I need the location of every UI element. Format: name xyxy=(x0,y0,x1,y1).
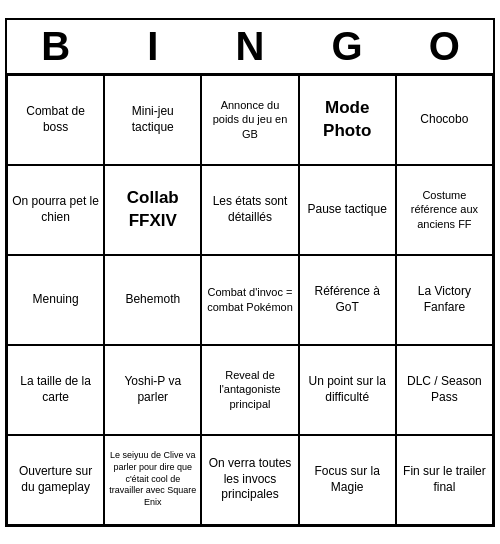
bingo-grid: Combat de bossMini-jeu tactiqueAnnonce d… xyxy=(7,75,493,525)
bingo-cell-12: Combat d'invoc = combat Pokémon xyxy=(201,255,298,345)
bingo-letter-n: N xyxy=(205,24,295,69)
bingo-cell-6: Collab FFXIV xyxy=(104,165,201,255)
bingo-cell-0: Combat de boss xyxy=(7,75,104,165)
bingo-cell-22: On verra toutes les invocs principales xyxy=(201,435,298,525)
bingo-letter-o: O xyxy=(399,24,489,69)
bingo-cell-9: Costume référence aux anciens FF xyxy=(396,165,493,255)
bingo-cell-23: Focus sur la Magie xyxy=(299,435,396,525)
bingo-cell-16: Yoshi-P va parler xyxy=(104,345,201,435)
bingo-cell-15: La taille de la carte xyxy=(7,345,104,435)
bingo-letter-i: I xyxy=(108,24,198,69)
bingo-cell-10: Menuing xyxy=(7,255,104,345)
bingo-card: BINGO Combat de bossMini-jeu tactiqueAnn… xyxy=(5,18,495,527)
bingo-cell-18: Un point sur la difficulté xyxy=(299,345,396,435)
bingo-cell-11: Behemoth xyxy=(104,255,201,345)
bingo-cell-2: Annonce du poids du jeu en GB xyxy=(201,75,298,165)
bingo-cell-21: Le seiyuu de Clive va parler pour dire q… xyxy=(104,435,201,525)
bingo-cell-8: Pause tactique xyxy=(299,165,396,255)
bingo-cell-17: Reveal de l'antagoniste principal xyxy=(201,345,298,435)
bingo-cell-13: Référence à GoT xyxy=(299,255,396,345)
bingo-letter-b: B xyxy=(11,24,101,69)
bingo-cell-4: Chocobo xyxy=(396,75,493,165)
bingo-cell-24: Fin sur le trailer final xyxy=(396,435,493,525)
bingo-header: BINGO xyxy=(7,20,493,75)
bingo-cell-7: Les états sont détaillés xyxy=(201,165,298,255)
bingo-cell-20: Ouverture sur du gameplay xyxy=(7,435,104,525)
bingo-cell-3: Mode Photo xyxy=(299,75,396,165)
bingo-letter-g: G xyxy=(302,24,392,69)
bingo-cell-5: On pourra pet le chien xyxy=(7,165,104,255)
bingo-cell-14: La Victory Fanfare xyxy=(396,255,493,345)
bingo-cell-19: DLC / Season Pass xyxy=(396,345,493,435)
bingo-cell-1: Mini-jeu tactique xyxy=(104,75,201,165)
